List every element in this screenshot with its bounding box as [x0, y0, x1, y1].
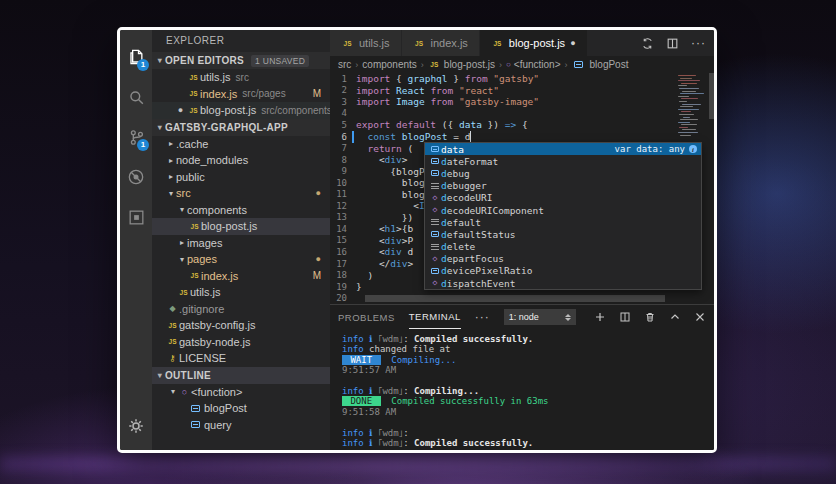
- settings-gear-button[interactable]: [120, 414, 152, 442]
- sync-icon[interactable]: [641, 37, 654, 50]
- activity-source-control-button[interactable]: 1: [120, 117, 152, 157]
- suggestion-debugger[interactable]: debugger: [425, 180, 701, 192]
- suggestion-debug[interactable]: debug: [425, 167, 701, 179]
- open-editor-item[interactable]: ●JSblog-post.jssrc/components: [152, 102, 330, 119]
- tree-item-public[interactable]: ▸public: [152, 169, 330, 186]
- tab-problems[interactable]: PROBLEMS: [338, 305, 395, 329]
- close-panel-icon[interactable]: [694, 311, 706, 323]
- code-editor[interactable]: 1import { graphql } from "gatsby"2import…: [330, 73, 714, 304]
- kill-terminal-trash-icon[interactable]: [644, 311, 656, 323]
- vscode-window: 1 1: [117, 27, 717, 453]
- tree-item-node-modules[interactable]: ▸node_modules: [152, 152, 330, 169]
- breadcrumb-label: components: [362, 59, 416, 70]
- suggestion-departFocus[interactable]: ◇departFocus: [425, 253, 701, 265]
- breadcrumb-item[interactable]: components: [362, 59, 416, 70]
- suggestion-defaultStatus[interactable]: defaultStatus: [425, 228, 701, 240]
- tree-item-license[interactable]: ⚷LICENSE: [152, 350, 330, 367]
- tree-item-index-js[interactable]: JSindex.jsM: [152, 268, 330, 285]
- suggestion-decodeURI[interactable]: ◇decodeURI: [425, 192, 701, 204]
- code-token: const: [367, 131, 401, 142]
- tree-item-images[interactable]: ▸images: [152, 235, 330, 252]
- license-icon: ⚷: [166, 354, 179, 363]
- tab-terminal[interactable]: TERMINAL: [409, 305, 461, 329]
- debug-disabled-icon: [126, 167, 146, 187]
- js-file-icon: JS: [188, 272, 201, 279]
- code-token: {b: [402, 223, 413, 234]
- open-editor-item[interactable]: JSindex.jssrc/pagesM: [152, 86, 330, 103]
- tree-item--cache[interactable]: ▸.cache: [152, 136, 330, 153]
- source-control-badge: 1: [137, 139, 149, 151]
- breadcrumb-item[interactable]: ○<function>: [506, 59, 561, 70]
- code-token: [356, 189, 402, 200]
- panel-more-icon[interactable]: ···: [475, 312, 490, 322]
- activity-debug-button[interactable]: [120, 157, 152, 197]
- suggestion-dateFormat[interactable]: dateFormat: [425, 155, 701, 167]
- code-token: }): [356, 212, 413, 223]
- code-token: </: [356, 258, 390, 269]
- tree-item-gatsby-config-js[interactable]: JSgatsby-config.js: [152, 317, 330, 334]
- terminal-picker-dropdown[interactable]: 1: node: [504, 309, 576, 325]
- outline-item-query[interactable]: query: [152, 417, 330, 434]
- suggestion-data[interactable]: datavar data: anyi: [425, 143, 701, 155]
- activity-extensions-button[interactable]: [120, 197, 152, 237]
- outline-item-function[interactable]: ▾○<function>: [152, 384, 330, 401]
- project-section-header[interactable]: ▾ GATSBY-GRAPHQL-APP: [152, 119, 330, 136]
- new-terminal-icon[interactable]: [594, 311, 606, 323]
- open-editors-header[interactable]: ▾ OPEN EDITORS 1 UNSAVED: [152, 52, 330, 69]
- js-file-icon: JS: [188, 223, 201, 230]
- terminal-token: info: [342, 438, 364, 448]
- tree-item-utils-js[interactable]: JSutils.js: [152, 284, 330, 301]
- split-editor-icon[interactable]: [666, 37, 679, 50]
- terminal-line: info ℹ ｢wdm｣: Compiled successfully.: [342, 334, 714, 344]
- terminal-token: changed file at: [364, 344, 451, 354]
- code-token: from: [465, 73, 494, 84]
- breadcrumb-item[interactable]: src: [338, 59, 351, 70]
- dropdown-arrows-icon: [565, 314, 571, 321]
- open-editor-item[interactable]: JSutils.jssrc: [152, 69, 330, 86]
- editor-group: JSutils.jsJSindex.jsJSblog-post.js● ··· …: [330, 30, 714, 450]
- editor-tab-index-js[interactable]: JSindex.js: [402, 30, 480, 56]
- tree-item-components[interactable]: ▾components: [152, 202, 330, 219]
- tree-item--gitignore[interactable]: ◆.gitignore: [152, 301, 330, 318]
- tree-item-blog-post-js[interactable]: JSblog-post.js: [152, 218, 330, 235]
- horizontal-scrollbar[interactable]: [365, 295, 665, 302]
- suggestion-delete[interactable]: delete: [425, 241, 701, 253]
- terminal-output[interactable]: info ℹ ｢wdm｣: Compiled successfully.info…: [330, 329, 714, 450]
- line-number: 5: [330, 120, 356, 130]
- line-number: 11: [330, 189, 356, 199]
- code-line: 1import { graphql } from "gatsby": [330, 73, 714, 85]
- vertical-scrollbar[interactable]: [709, 73, 714, 119]
- editor-actions: ···: [641, 30, 706, 56]
- tree-item-pages[interactable]: ▾pages●: [152, 251, 330, 268]
- outline-section-header[interactable]: ▾ OUTLINE: [152, 367, 330, 384]
- terminal-line: info ℹ ｢wdm｣:: [342, 428, 714, 438]
- section-twisty-icon: ▾: [155, 123, 165, 132]
- activity-search-button[interactable]: [120, 77, 152, 117]
- maximize-panel-chevron-icon[interactable]: [669, 311, 681, 323]
- editor-tab-utils-js[interactable]: JSutils.js: [330, 30, 402, 56]
- tree-item-src[interactable]: ▾src●: [152, 185, 330, 202]
- minimap-line: [680, 78, 692, 79]
- js-file-icon: JS: [491, 40, 504, 47]
- minimap-line: [678, 96, 689, 97]
- suggestion-dispatchEvent[interactable]: ◇dispatchEvent: [425, 277, 701, 289]
- tree-item-label: gatsby-node.js: [179, 336, 251, 348]
- explorer-sidebar: EXPLORER ▾ OPEN EDITORS 1 UNSAVED JSutil…: [152, 30, 330, 450]
- minimap-line: [679, 127, 688, 128]
- tree-item-gatsby-node-js[interactable]: JSgatsby-node.js: [152, 334, 330, 351]
- line-number: 12: [330, 201, 356, 211]
- breadcrumb-item[interactable]: JSblog-post.js: [428, 59, 495, 70]
- breadcrumb-item[interactable]: blogPost: [572, 59, 629, 70]
- suggestion-decodeURIComponent[interactable]: ◇decodeURIComponent: [425, 204, 701, 216]
- js-file-icon: JS: [187, 74, 200, 81]
- activity-explorer-button[interactable]: 1: [120, 37, 152, 77]
- editor-tab-blog-post-js[interactable]: JSblog-post.js●: [480, 30, 588, 56]
- outline-item-blogPost[interactable]: blogPost: [152, 400, 330, 417]
- more-actions-icon[interactable]: ···: [691, 38, 706, 48]
- code-line: 6 const blogPost = d: [330, 131, 714, 143]
- split-terminal-icon[interactable]: [619, 311, 631, 323]
- suggestion-devicePixelRatio[interactable]: devicePixelRatio: [425, 265, 701, 277]
- suggestion-default[interactable]: default: [425, 216, 701, 228]
- line-number: 18: [330, 270, 356, 280]
- terminal-token: ℹ: [364, 438, 378, 448]
